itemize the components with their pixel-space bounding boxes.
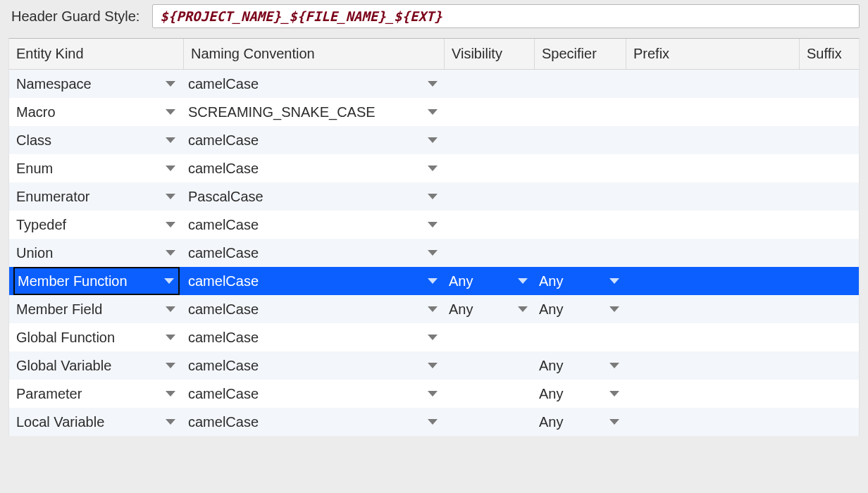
entity-kind-dropdown[interactable]: Parameter [9, 380, 184, 408]
table-row[interactable]: TypedefcamelCase [9, 211, 859, 239]
entity-kind-dropdown[interactable]: Typedef [9, 211, 184, 239]
suffix-cell[interactable] [800, 98, 859, 126]
naming-convention-dropdown[interactable]: camelCase [184, 323, 445, 351]
prefix-cell[interactable] [626, 126, 800, 154]
prefix-cell[interactable] [626, 98, 800, 126]
prefix-cell[interactable] [626, 70, 800, 98]
entity-kind-dropdown[interactable]: Union [9, 239, 184, 267]
suffix-cell[interactable] [800, 70, 859, 98]
prefix-cell[interactable] [626, 408, 800, 436]
suffix-cell[interactable] [800, 211, 859, 239]
chevron-down-icon [164, 278, 174, 284]
suffix-cell[interactable] [800, 126, 859, 154]
entity-kind-value: Member Function [18, 273, 128, 289]
naming-convention-dropdown[interactable]: camelCase [184, 267, 445, 295]
specifier-dropdown[interactable]: Any [535, 408, 626, 436]
specifier-dropdown[interactable]: Any [535, 267, 626, 295]
prefix-cell[interactable] [626, 323, 800, 351]
specifier-dropdown[interactable]: Any [535, 380, 626, 408]
chevron-down-icon [428, 109, 438, 115]
chevron-down-icon [609, 278, 619, 284]
visibility-value: Any [449, 301, 473, 318]
header-guard-input[interactable] [152, 4, 860, 28]
suffix-cell[interactable] [800, 239, 859, 267]
entity-kind-dropdown[interactable]: Namespace [9, 70, 184, 98]
specifier-dropdown[interactable]: Any [535, 351, 626, 380]
chevron-down-icon [428, 194, 438, 199]
col-header-naming[interactable]: Naming Convention [184, 39, 445, 69]
col-header-entity[interactable]: Entity Kind [9, 39, 184, 69]
naming-convention-dropdown[interactable]: camelCase [184, 154, 445, 182]
table-row[interactable]: Local VariablecamelCaseAny [9, 408, 859, 436]
entity-kind-value: Class [16, 132, 51, 149]
table-row[interactable]: Member FunctioncamelCaseAnyAny [9, 267, 859, 295]
naming-convention-dropdown[interactable]: camelCase [184, 239, 445, 267]
prefix-cell[interactable] [626, 267, 800, 295]
table-row[interactable]: EnumeratorPascalCase [9, 182, 859, 211]
prefix-cell[interactable] [626, 380, 800, 408]
naming-convention-dropdown[interactable]: camelCase [184, 126, 445, 154]
visibility-dropdown[interactable]: Any [445, 267, 535, 295]
specifier-dropdown[interactable]: Any [535, 295, 626, 323]
prefix-cell[interactable] [626, 154, 800, 182]
suffix-cell[interactable] [800, 182, 859, 211]
prefix-cell[interactable] [626, 239, 800, 267]
chevron-down-icon [428, 250, 438, 256]
entity-kind-dropdown[interactable]: Enumerator [9, 182, 184, 211]
table-row[interactable]: Global FunctioncamelCase [9, 323, 859, 351]
suffix-cell[interactable] [800, 380, 859, 408]
naming-convention-dropdown[interactable]: camelCase [184, 211, 445, 239]
suffix-cell[interactable] [800, 154, 859, 182]
col-header-suffix[interactable]: Suffix [800, 39, 859, 69]
prefix-cell[interactable] [626, 295, 800, 323]
prefix-cell[interactable] [626, 351, 800, 380]
visibility-dropdown[interactable]: Any [445, 295, 535, 323]
naming-convention-value: camelCase [188, 386, 259, 402]
naming-convention-dropdown[interactable]: camelCase [184, 380, 445, 408]
col-header-visibility[interactable]: Visibility [445, 39, 535, 69]
entity-kind-dropdown[interactable]: Macro [9, 98, 184, 126]
suffix-cell[interactable] [800, 323, 859, 351]
entity-kind-dropdown[interactable]: Member Field [9, 295, 184, 323]
chevron-down-icon [609, 419, 619, 425]
entity-kind-dropdown[interactable]: Global Function [9, 323, 184, 351]
entity-kind-dropdown[interactable]: Global Variable [9, 351, 184, 380]
table-row[interactable]: ParametercamelCaseAny [9, 380, 859, 408]
chevron-down-icon [166, 194, 175, 199]
naming-convention-dropdown[interactable]: camelCase [184, 351, 445, 380]
suffix-cell[interactable] [800, 408, 859, 436]
entity-kind-dropdown[interactable]: Class [9, 126, 184, 154]
entity-kind-dropdown[interactable]: Enum [9, 154, 184, 182]
suffix-cell[interactable] [800, 351, 859, 380]
naming-convention-value: camelCase [188, 161, 259, 177]
table-row[interactable]: Global VariablecamelCaseAny [9, 351, 859, 380]
header-guard-label: Header Guard Style: [11, 8, 140, 25]
table-row[interactable]: EnumcamelCase [9, 154, 859, 182]
naming-convention-dropdown[interactable]: PascalCase [184, 182, 445, 211]
prefix-cell[interactable] [626, 211, 800, 239]
naming-convention-value: PascalCase [188, 189, 264, 205]
chevron-down-icon [428, 363, 438, 368]
naming-convention-dropdown[interactable]: camelCase [184, 295, 445, 323]
table-row[interactable]: Member FieldcamelCaseAnyAny [9, 295, 859, 323]
prefix-cell[interactable] [626, 182, 800, 211]
specifier-value: Any [539, 386, 563, 402]
table-row[interactable]: UnioncamelCase [9, 239, 859, 267]
naming-convention-value: camelCase [188, 132, 259, 149]
table-row[interactable]: ClasscamelCase [9, 126, 859, 154]
col-header-prefix[interactable]: Prefix [626, 39, 800, 69]
naming-convention-dropdown[interactable]: SCREAMING_SNAKE_CASE [184, 98, 445, 126]
suffix-cell[interactable] [800, 295, 859, 323]
visibility-dropdown [445, 126, 535, 154]
col-header-specifier[interactable]: Specifier [535, 39, 626, 69]
naming-convention-dropdown[interactable]: camelCase [184, 70, 445, 98]
naming-convention-dropdown[interactable]: camelCase [184, 408, 445, 436]
entity-kind-dropdown[interactable]: Member Function [9, 267, 184, 295]
entity-kind-dropdown[interactable]: Local Variable [9, 408, 184, 436]
naming-convention-value: camelCase [188, 217, 259, 233]
suffix-cell[interactable] [800, 267, 859, 295]
chevron-down-icon [609, 391, 619, 397]
table-row[interactable]: MacroSCREAMING_SNAKE_CASE [9, 98, 859, 126]
table-row[interactable]: NamespacecamelCase [9, 70, 859, 98]
header-guard-row: Header Guard Style: [0, 0, 868, 38]
